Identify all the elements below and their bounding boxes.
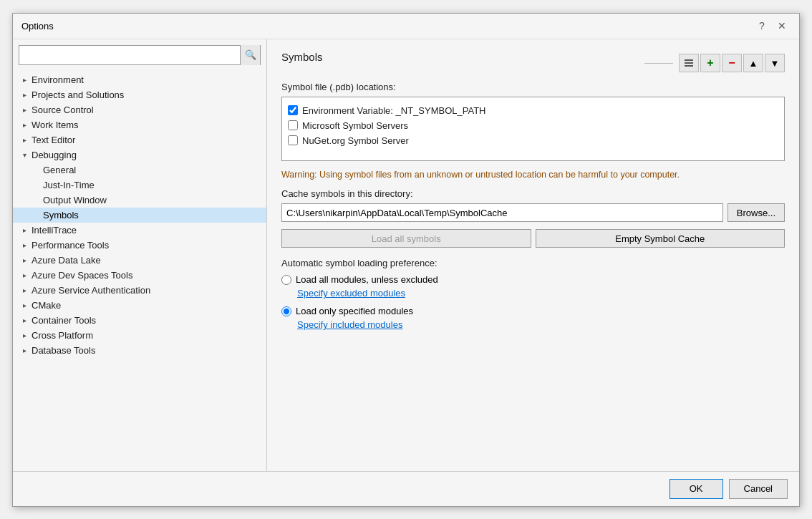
dialog-body: 🔍 EnvironmentProjects and SolutionsSourc…	[13, 39, 799, 471]
tree-label-database-tools: Database Tools	[30, 345, 95, 356]
close-button[interactable]: ✕	[773, 17, 791, 34]
symbol-location-2: Microsoft Symbol Servers	[288, 118, 778, 133]
tree-item-container-tools[interactable]: Container Tools	[13, 313, 266, 328]
tree-arrow-text-editor	[19, 136, 30, 144]
tree-item-general[interactable]: General	[13, 163, 266, 178]
remove-button[interactable]: −	[722, 54, 742, 72]
svg-rect-0	[685, 59, 693, 61]
move-up-button[interactable]: ▲	[743, 54, 763, 72]
tree-label-cross-platform: Cross Platform	[30, 330, 93, 341]
tree-item-debugging[interactable]: Debugging	[13, 147, 266, 163]
add-button[interactable]: +	[700, 54, 720, 72]
tree-arrow-intellitrace	[19, 226, 30, 234]
tree-label-text-editor: Text Editor	[30, 135, 75, 145]
tree-item-intellitrace[interactable]: IntelliTrace	[13, 223, 266, 238]
search-button[interactable]: 🔍	[240, 45, 260, 65]
warning-content: Warning: Using symbol files from an unkn…	[281, 170, 680, 180]
tree-label-azure-dev-spaces: Azure Dev Spaces Tools	[30, 270, 132, 281]
tree-label-debugging: Debugging	[30, 150, 77, 160]
tree-item-azure-dev-spaces[interactable]: Azure Dev Spaces Tools	[13, 268, 266, 283]
list-icon	[684, 58, 694, 68]
dialog-footer: OK Cancel	[13, 471, 799, 506]
cache-path-input[interactable]	[281, 203, 723, 222]
tree-label-general: General	[42, 165, 76, 175]
load-specified-radio[interactable]	[281, 306, 291, 316]
tree-arrow-source-control	[19, 106, 30, 114]
tree-item-work-items[interactable]: Work Items	[13, 117, 266, 132]
tree-item-source-control[interactable]: Source Control	[13, 102, 266, 117]
tree-item-database-tools[interactable]: Database Tools	[13, 343, 266, 358]
auto-loading-label: Automatic symbol loading preference:	[281, 258, 785, 268]
location-checkbox-2[interactable]	[288, 120, 298, 130]
svg-rect-2	[685, 65, 693, 67]
tree-arrow-cmake	[19, 301, 30, 309]
tree-item-cmake[interactable]: CMake	[13, 298, 266, 313]
tree-item-azure-service-auth[interactable]: Azure Service Authentication	[13, 283, 266, 298]
specify-excluded-row: Specify excluded modules	[281, 288, 785, 299]
tree-item-cross-platform[interactable]: Cross Platform	[13, 328, 266, 343]
list-view-button[interactable]	[679, 54, 699, 72]
symbol-location-1: Environment Variable: _NT_SYMBOL_PATH	[288, 103, 778, 118]
radio-load-specified: Load only specified modules	[281, 306, 785, 316]
tree-label-output-window: Output Window	[42, 195, 107, 205]
location-checkbox-3[interactable]	[288, 135, 298, 145]
tree-arrow-azure-dev-spaces	[19, 271, 30, 279]
specify-excluded-link[interactable]: Specify excluded modules	[297, 288, 405, 299]
load-all-symbols-button[interactable]: Load all symbols	[281, 229, 531, 248]
tree-item-performance-tools[interactable]: Performance Tools	[13, 238, 266, 253]
tree-arrow-container-tools	[19, 316, 30, 324]
load-all-radio[interactable]	[281, 275, 291, 285]
warning-text: Warning: Using symbol files from an unkn…	[281, 168, 785, 182]
browse-button[interactable]: Browse...	[728, 203, 785, 222]
tree-arrow-work-items	[19, 121, 30, 129]
tree-item-symbols[interactable]: Symbols	[13, 208, 266, 223]
cancel-button[interactable]: Cancel	[729, 479, 788, 499]
tree-item-just-in-time[interactable]: Just-In-Time	[13, 178, 266, 193]
title-bar-controls: ? ✕	[753, 17, 791, 34]
specify-included-row: Specify included modules	[281, 319, 785, 330]
section-title-row: Symbols + − ▲	[281, 51, 785, 76]
options-dialog: Options ? ✕ 🔍 EnvironmentProjects and So…	[12, 13, 800, 507]
tree-item-projects-solutions[interactable]: Projects and Solutions	[13, 87, 266, 102]
symbol-location-3: NuGet.org Symbol Server	[288, 133, 778, 148]
action-buttons-row: Load all symbols Empty Symbol Cache	[281, 229, 785, 248]
svg-rect-1	[685, 62, 693, 64]
empty-symbol-cache-button[interactable]: Empty Symbol Cache	[536, 229, 786, 248]
move-down-button[interactable]: ▼	[765, 54, 785, 72]
load-specified-label: Load only specified modules	[296, 306, 413, 316]
title-bar-left: Options	[21, 21, 54, 31]
tree-arrow-performance-tools	[19, 241, 30, 249]
tree-item-output-window[interactable]: Output Window	[13, 193, 266, 208]
locations-box: Environment Variable: _NT_SYMBOL_PATH Mi…	[281, 97, 785, 161]
specify-included-link[interactable]: Specify included modules	[297, 319, 402, 330]
tree-arrow-azure-data-lake	[19, 256, 30, 264]
cache-row: Browse...	[281, 203, 785, 222]
tree-item-azure-data-lake[interactable]: Azure Data Lake	[13, 253, 266, 268]
dialog-title: Options	[21, 21, 54, 31]
tree-item-text-editor[interactable]: Text Editor	[13, 132, 266, 147]
tree-label-environment: Environment	[30, 74, 84, 85]
tree-label-symbols: Symbols	[42, 210, 79, 220]
location-checkbox-1[interactable]	[288, 105, 298, 115]
cache-label: Cache symbols in this directory:	[281, 188, 785, 199]
tree-container: EnvironmentProjects and SolutionsSource …	[13, 71, 266, 471]
tree-arrow-azure-service-auth	[19, 286, 30, 294]
tree-item-environment[interactable]: Environment	[13, 72, 266, 87]
tree-label-source-control: Source Control	[30, 105, 94, 115]
tree-label-azure-service-auth: Azure Service Authentication	[30, 285, 150, 296]
locations-label: Symbol file (.pdb) locations:	[281, 82, 785, 92]
location-label-3: NuGet.org Symbol Server	[302, 135, 409, 146]
left-panel: 🔍 EnvironmentProjects and SolutionsSourc…	[13, 39, 267, 471]
tree-label-projects-solutions: Projects and Solutions	[30, 89, 124, 100]
load-all-label: Load all modules, unless excluded	[296, 274, 438, 285]
tree-label-azure-data-lake: Azure Data Lake	[30, 255, 101, 266]
right-panel: Symbols + − ▲	[267, 39, 799, 471]
search-input[interactable]	[19, 49, 240, 60]
tree-arrow-projects-solutions	[19, 91, 30, 99]
ok-button[interactable]: OK	[670, 479, 723, 499]
title-bar: Options ? ✕	[13, 14, 799, 39]
tree-arrow-environment	[19, 76, 30, 84]
help-button[interactable]: ?	[753, 17, 770, 34]
toolbar-buttons: + − ▲ ▼	[679, 54, 785, 72]
tree-label-performance-tools: Performance Tools	[30, 240, 109, 251]
